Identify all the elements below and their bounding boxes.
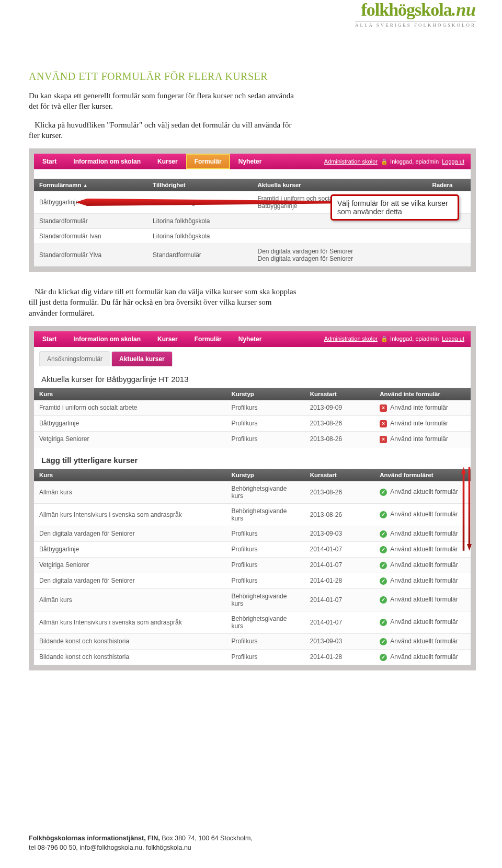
course-link[interactable]: Bildande konst och konsthistoria — [34, 633, 226, 649]
use-form-action[interactable]: ✓Använd aktuellt formulär — [374, 526, 471, 541]
check-icon: ✓ — [380, 577, 387, 585]
section-title-2: Lägg till ytterligare kurser — [34, 447, 471, 469]
course-link[interactable]: Vetgiriga Seniorer — [34, 557, 226, 573]
course-link[interactable]: Den digitala vardagen för Seniorer — [34, 573, 226, 588]
table-row[interactable]: Standardformulär YlvaStandardformulärDen… — [34, 244, 471, 267]
check-icon: ✓ — [380, 530, 387, 538]
x-icon: × — [380, 436, 387, 443]
check-icon: ✓ — [380, 511, 387, 518]
subtab-active-courses[interactable]: Aktuella kurser — [111, 351, 173, 366]
logo-word2: .nu — [452, 0, 476, 19]
use-form-action[interactable]: ✓Använd aktuellt formulär — [374, 573, 471, 588]
nav-kurser[interactable]: Kurser — [149, 331, 186, 347]
th-delete[interactable]: Radera — [427, 179, 471, 191]
table-row: Vetgiriga SeniorerProfilkurs2014-01-07✓A… — [34, 557, 471, 573]
x-icon: × — [380, 420, 387, 427]
lock-icon: 🔒 — [381, 158, 388, 165]
check-icon: ✓ — [380, 546, 387, 553]
admin-link[interactable]: Administration skolor — [324, 335, 378, 342]
section-heading: ANVÄND ETT FORMULÄR FÖR FLERA KURSER — [29, 71, 476, 83]
check-icon: ✓ — [380, 596, 387, 604]
active-courses-table: Kurs Kurstyp Kursstart Använd inte formu… — [34, 388, 471, 447]
sort-icon: ▲ — [83, 183, 88, 188]
check-icon: ✓ — [380, 619, 387, 626]
x-icon: × — [380, 404, 387, 412]
nav-info[interactable]: Information om skolan — [65, 154, 149, 169]
nav-start[interactable]: Start — [34, 154, 65, 169]
th-kurs[interactable]: Kurs — [34, 388, 226, 400]
th-useform[interactable]: Använd formuläret — [374, 469, 471, 481]
th-kurstyp[interactable]: Kurstyp — [226, 388, 304, 400]
course-link[interactable]: Vetgiriga Seniorer — [34, 431, 226, 447]
course-link[interactable]: Framtid i uniform och socialt arbete — [34, 400, 226, 416]
th-courses[interactable]: Aktuella kurser — [252, 179, 427, 191]
table-row: BåtbyggarlinjeProfilkurs2013-08-26×Använ… — [34, 415, 471, 431]
table-row: Bildande konst och konsthistoriaProfilku… — [34, 633, 471, 649]
table-row: Den digitala vardagen för SeniorerProfil… — [34, 526, 471, 541]
use-form-action[interactable]: ✓Använd aktuellt formulär — [374, 503, 471, 526]
table-row: Framtid i uniform och socialt arbeteProf… — [34, 400, 471, 416]
course-link[interactable]: Allmän kurs Intensivkurs i svenska som a… — [34, 503, 226, 526]
nav-info[interactable]: Information om skolan — [65, 331, 149, 347]
course-link[interactable]: Den digitala vardagen för Seniorer — [34, 526, 226, 541]
course-link[interactable]: Allmän kurs Intensivkurs i svenska som a… — [34, 611, 226, 633]
course-link[interactable]: Båtbyggarlinje — [34, 415, 226, 431]
remove-form-action[interactable]: ×Använd inte formulär — [374, 400, 471, 416]
th-kurstyp[interactable]: Kurstyp — [226, 469, 304, 481]
table-row: Vetgiriga SeniorerProfilkurs2013-08-26×A… — [34, 431, 471, 447]
page-footer: Folkhögskolornas informationstjänst, FIN… — [29, 834, 253, 852]
use-form-action[interactable]: ✓Använd aktuellt formulär — [374, 588, 471, 611]
logo-word1: folkhögskola — [361, 0, 451, 19]
section-title-1: Aktuella kurser för Båtbyggarlinje HT 20… — [34, 366, 471, 388]
nav-formular[interactable]: Formulär — [186, 331, 230, 347]
brand-logo: folkhögskola.nu ALLA SVERIGES FOLKHÖGSKO… — [0, 0, 502, 34]
footer-addr: Box 380 74, 100 64 Stockholm, — [160, 835, 253, 842]
nav-formular[interactable]: Formulär — [186, 154, 230, 169]
table-row: Allmän kurs Intensivkurs i svenska som a… — [34, 611, 471, 633]
use-form-action[interactable]: ✓Använd aktuellt formulär — [374, 481, 471, 504]
course-link[interactable]: Bildande konst och konsthistoria — [34, 649, 226, 665]
screenshot-2: Start Information om skolan Kurser Formu… — [29, 326, 476, 670]
table-row[interactable]: Standardformulär IvanLitorina folkhögsko… — [34, 229, 471, 244]
annotation-double-arrow — [461, 467, 474, 551]
table-row: Den digitala vardagen för SeniorerProfil… — [34, 573, 471, 588]
table-row: Bildande konst och konsthistoriaProfilku… — [34, 649, 471, 665]
course-link[interactable]: Allmän kurs — [34, 588, 226, 611]
logged-in-label: Inloggad, epiadmin — [390, 335, 439, 342]
th-kursstart[interactable]: Kursstart — [305, 469, 375, 481]
footer-org: Folkhögskolornas informationstjänst, FIN… — [29, 835, 160, 842]
use-form-action[interactable]: ✓Använd aktuellt formulär — [374, 557, 471, 573]
use-form-action[interactable]: ✓Använd aktuellt formulär — [374, 541, 471, 557]
th-dontuse[interactable]: Använd inte formulär — [374, 388, 471, 400]
use-form-action[interactable]: ✓Använd aktuellt formulär — [374, 633, 471, 649]
lock-icon: 🔒 — [381, 335, 388, 342]
nav-nyheter[interactable]: Nyheter — [230, 331, 270, 347]
check-icon: ✓ — [380, 489, 387, 496]
course-link[interactable]: Båtbyggarlinje — [34, 541, 226, 557]
paragraph-1b: Klicka på huvudfliken "Formulär" och väl… — [29, 120, 301, 141]
use-form-action[interactable]: ✓Använd aktuellt formulär — [374, 611, 471, 633]
table-row: Allmän kurs Intensivkurs i svenska som a… — [34, 503, 471, 526]
add-courses-table: Kurs Kurstyp Kursstart Använd formuläret… — [34, 469, 471, 665]
forms-table: Formulärnamn ▲ Tillhörighet Aktuella kur… — [34, 179, 471, 267]
check-icon: ✓ — [380, 654, 387, 661]
check-icon: ✓ — [380, 562, 387, 569]
subtab-application-form[interactable]: Ansökningsformulär — [39, 351, 110, 366]
logout-link[interactable]: Logga ut — [442, 335, 464, 342]
course-link[interactable]: Allmän kurs — [34, 481, 226, 504]
admin-link[interactable]: Administration skolor — [324, 158, 378, 165]
nav-kurser[interactable]: Kurser — [149, 154, 186, 169]
nav-start[interactable]: Start — [34, 331, 65, 347]
remove-form-action[interactable]: ×Använd inte formulär — [374, 431, 471, 447]
th-formname[interactable]: Formulärnamn ▲ — [34, 179, 147, 191]
footer-contact: tel 08-796 00 50, info@folkhogskola.nu, … — [29, 844, 191, 851]
nav-nyheter[interactable]: Nyheter — [230, 154, 270, 169]
main-nav: Start Information om skolan Kurser Formu… — [34, 154, 471, 169]
logout-link[interactable]: Logga ut — [442, 158, 464, 165]
logged-in-label: Inloggad, epiadmin — [390, 158, 439, 165]
th-kursstart[interactable]: Kursstart — [305, 388, 375, 400]
use-form-action[interactable]: ✓Använd aktuellt formulär — [374, 649, 471, 665]
remove-form-action[interactable]: ×Använd inte formulär — [374, 415, 471, 431]
th-kurs[interactable]: Kurs — [34, 469, 226, 481]
th-own[interactable]: Tillhörighet — [147, 179, 252, 191]
